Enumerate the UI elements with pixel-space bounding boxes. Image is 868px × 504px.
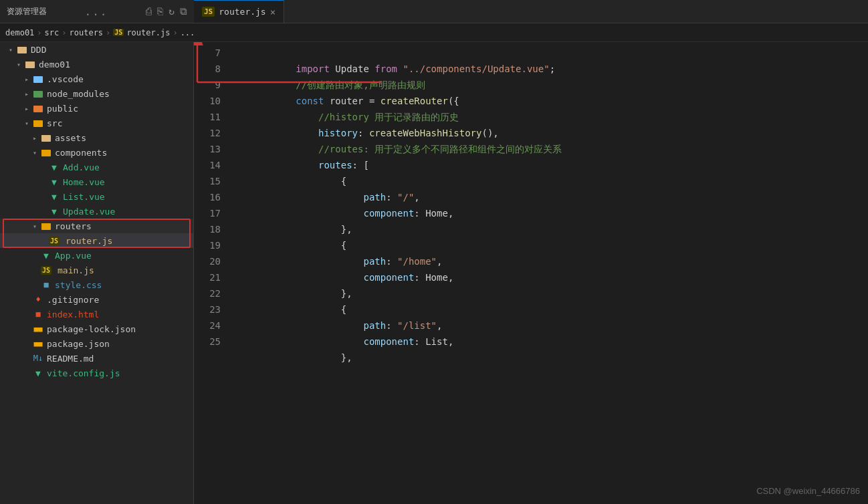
html-icon: ■ (32, 309, 44, 320)
sidebar-label-package-json: package.json (47, 339, 110, 349)
sidebar-item-package-lock[interactable]: ■■ package-lock.json (0, 322, 193, 336)
sidebar-item-routers[interactable]: routers (0, 219, 193, 233)
svg-rect-3 (25, 61, 29, 64)
watermark: CSDN @weixin_44666786 (756, 486, 860, 496)
sidebar-item-src[interactable]: src (0, 116, 193, 130)
explorer-label: 资源管理器 (7, 6, 47, 17)
sidebar-item-style-css[interactable]: ■ style.css (0, 277, 193, 292)
folder-src-icon (32, 118, 44, 128)
line-num-22: 22 (194, 285, 221, 301)
sidebar-item-index-html[interactable]: ■ index.html (0, 307, 193, 322)
sidebar-item-home-vue[interactable]: ▼ Home.vue (0, 174, 193, 189)
line-numbers: 7 8 9 10 11 12 13 14 15 16 17 18 19 20 2… (194, 42, 229, 504)
line-num-12: 12 (194, 125, 221, 141)
sidebar-label-update-vue: Update.vue (63, 207, 115, 217)
sidebar-item-assets[interactable]: assets (0, 130, 193, 145)
code-editor[interactable]: 7 8 9 10 11 12 13 14 15 16 17 18 19 20 2… (194, 42, 868, 504)
refresh-icon[interactable]: ↻ (169, 5, 175, 17)
sidebar-item-ddd[interactable]: DDD (0, 42, 193, 57)
breadcrumb-routers[interactable]: routers (70, 28, 104, 37)
sidebar-item-main-js[interactable]: JS main.js (0, 263, 193, 277)
line-num-17: 17 (194, 205, 221, 221)
sidebar-item-router-js[interactable]: JS router.js (0, 233, 193, 248)
js-badge: JS (113, 29, 124, 36)
sidebar-item-list-vue[interactable]: ▼ List.vue (0, 189, 193, 204)
chevron-empty-readme (21, 353, 32, 364)
chevron-routers (29, 221, 40, 231)
chevron-components (29, 147, 40, 158)
sidebar-item-update-vue[interactable]: ▼ Update.vue (0, 204, 193, 219)
sidebar-item-add-vue[interactable]: ▼ Add.vue (0, 160, 193, 174)
folder-assets-icon (40, 132, 52, 143)
json-icon-pkg: ■■ (32, 338, 44, 349)
svg-rect-13 (41, 135, 45, 137)
sidebar-item-gitignore[interactable]: ♦ .gitignore (0, 292, 193, 307)
vue-icon-app: ▼ (40, 250, 52, 261)
vue-icon-add: ▼ (48, 162, 60, 172)
sidebar-label-vscode: .vscode (47, 74, 84, 84)
chevron-vscode (21, 74, 32, 84)
sidebar-label-ddd: DDD (31, 45, 46, 55)
sidebar-label-main-js: main.js (58, 265, 94, 275)
sidebar-item-readme[interactable]: M↓ README.md (0, 351, 193, 366)
sidebar-label-app-vue: App.vue (55, 251, 92, 261)
sidebar-label-router-js: router.js (66, 236, 112, 246)
vue-icon-update: ▼ (48, 206, 60, 217)
sidebar-item-vscode[interactable]: .vscode (0, 72, 193, 86)
folder-routers-icon (40, 221, 52, 231)
tab-router-js[interactable]: JS router.js × (194, 0, 284, 23)
sidebar-item-public[interactable]: public (0, 101, 193, 116)
code-area: 7 8 9 10 11 12 13 14 15 16 17 18 19 20 2… (194, 42, 868, 504)
sidebar-item-vite-config[interactable]: ▼ vite.config.js (0, 366, 193, 380)
sidebar-label-readme: README.md (47, 354, 94, 364)
chevron-src (21, 118, 32, 128)
collapse-icon[interactable]: ⧉ (180, 5, 187, 17)
breadcrumb-more[interactable]: ... (181, 28, 195, 37)
line-num-25: 25 (194, 334, 221, 350)
gitignore-icon: ♦ (32, 294, 44, 305)
sidebar-label-add-vue: Add.vue (63, 162, 100, 172)
chevron-empty-pkg (21, 338, 32, 349)
breadcrumb-src[interactable]: src (45, 28, 60, 37)
chevron-empty-pkglock (21, 324, 32, 334)
vue-icon-vite: ▼ (32, 368, 44, 378)
sidebar-item-components[interactable]: components (0, 145, 193, 160)
sidebar-item-app-vue[interactable]: ▼ App.vue (0, 248, 193, 263)
sidebar-label-demo01: demo01 (39, 59, 70, 70)
breadcrumb-demo01[interactable]: demo01 (5, 28, 34, 37)
folder-ddd-icon (16, 44, 28, 55)
line-num-21: 21 (194, 269, 221, 285)
folder-demo01-icon (24, 59, 36, 70)
chevron-assets (29, 132, 40, 143)
sidebar-item-package-json[interactable]: ■■ package.json (0, 336, 193, 351)
line-num-24: 24 (194, 318, 221, 334)
sidebar-label-home-vue: Home.vue (63, 177, 105, 187)
svg-rect-5 (33, 76, 37, 78)
new-folder-icon[interactable]: ⎘ (157, 5, 163, 17)
tab-label: router.js (219, 7, 265, 17)
vue-icon-list: ▼ (48, 191, 60, 202)
sidebar-label-index-html: index.html (47, 309, 99, 320)
explorer-menu-dots[interactable]: ... (85, 5, 108, 18)
line-num-19: 19 (194, 237, 221, 253)
line-num-8: 8 (194, 61, 221, 77)
new-file-icon[interactable]: ⎙ (146, 5, 152, 17)
sidebar-item-node-modules[interactable]: node_modules (0, 86, 193, 101)
sidebar-item-demo01[interactable]: demo01 (0, 57, 193, 72)
code-line-7: import Update from "../components/Update… (239, 45, 868, 61)
sidebar-label-package-lock: package-lock.json (47, 324, 136, 334)
chevron-empty-add (37, 162, 48, 172)
title-bar: 资源管理器 ... ⎙ ⎘ ↻ ⧉ JS router.js × (0, 0, 868, 23)
sidebar: DDD demo01 .vscode node_modules (0, 42, 194, 504)
code-content: import Update from "../components/Update… (229, 42, 868, 504)
close-tab-icon[interactable]: × (270, 7, 276, 17)
line-num-10: 10 (194, 93, 221, 109)
js-icon: JS (202, 7, 215, 17)
tab-bar: JS router.js × (194, 0, 868, 23)
breadcrumb-router-js[interactable]: router.js (126, 28, 170, 37)
line-num-9: 9 (194, 77, 221, 93)
svg-rect-9 (33, 106, 37, 108)
chevron-ddd (5, 44, 16, 55)
chevron-empty-style (29, 279, 40, 290)
folder-node-icon (32, 88, 44, 99)
